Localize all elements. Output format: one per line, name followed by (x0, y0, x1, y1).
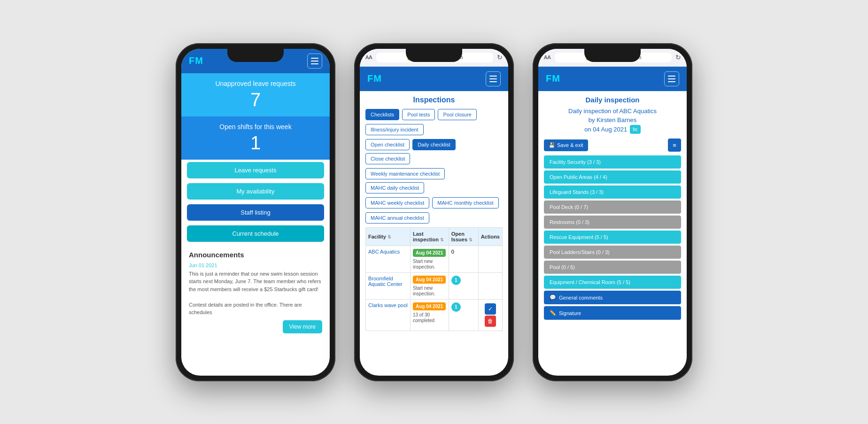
daily-controls: 💾 Save & exit ≡ (544, 139, 681, 152)
open-issues-badge-clarks: 1 (451, 302, 461, 312)
checklist-item[interactable]: Open Public Areas (4 / 4) (544, 170, 681, 184)
checklist-item[interactable]: Restrooms (0 / 3) (544, 216, 681, 229)
tab-open-checklist[interactable]: Open checklist (365, 139, 410, 150)
tab-mahc-weekly[interactable]: MAHC weekly checklist (365, 197, 429, 208)
tab-group-illness: Illness/injury incident (365, 124, 503, 135)
hamburger-line (489, 81, 497, 82)
tab-daily-checklist[interactable]: Daily checklist (412, 139, 456, 150)
announcement-date: Jun 01 2021 (189, 262, 322, 268)
facility-link-broomfield[interactable]: Broomfield Aquatic Center (368, 276, 403, 287)
inspections-content: Inspections Checklists Pool tests Pool c… (360, 91, 508, 376)
phone-3: AA 🔒 apps.hydroapps.com ↻ FM Daily inspe… (533, 43, 692, 381)
checklist-item[interactable]: Pool Deck (0 / 7) (544, 200, 681, 214)
col-last-inspection: Last inspection ⇅ (410, 227, 449, 246)
stat-label-leave: Unapproved leave requests (187, 80, 324, 87)
subtitle-line1: Daily inspection of ABC Aquatics (544, 107, 681, 116)
hamburger-line (489, 78, 497, 79)
delete-action-button[interactable]: 🗑 (485, 316, 496, 327)
hamburger-button-2[interactable] (486, 71, 501, 86)
my-availability-button[interactable]: My availability (187, 183, 324, 200)
hamburger-button-1[interactable] (307, 54, 322, 69)
sort-icon-inspection[interactable]: ⇅ (440, 238, 444, 242)
app-logo-1: FM (189, 55, 203, 66)
hamburger-line (668, 81, 675, 82)
list-view-button[interactable]: ≡ (668, 139, 681, 152)
inspections-table: Facility ⇅ Last inspection ⇅ Open Issues… (365, 227, 503, 331)
checklist-item[interactable]: Equipment / Chemical Room (5 / 5) (544, 276, 681, 289)
checklist-item[interactable]: Pool (0 / 6) (544, 261, 681, 274)
phone-2: AA 🔒 apps.hydroapps.com ↻ FM Inspections… (354, 43, 514, 381)
tab-pool-closure[interactable]: Pool closure (438, 109, 477, 120)
daily-inspection-subtitle: Daily inspection of ABC Aquatics by Kirs… (544, 107, 681, 134)
view-more-button[interactable]: View more (283, 320, 322, 333)
tab-mahc-monthly[interactable]: MAHC monthly checklist (432, 197, 498, 208)
col-actions: Actions (478, 227, 502, 246)
tab-checklists[interactable]: Checklists (365, 109, 399, 120)
hamburger-button-3[interactable] (664, 71, 679, 86)
facility-link-abc[interactable]: ABC Aquatics (368, 249, 400, 254)
checklist-item[interactable]: 💬General comments (544, 291, 681, 304)
staff-listing-button[interactable]: Staff listing (187, 204, 324, 221)
stat-block-shifts: Open shifts for this week 1 (181, 116, 330, 160)
hamburger-line (311, 63, 318, 64)
app-header-3: FM (538, 67, 687, 91)
reload-icon[interactable]: ↻ (497, 54, 503, 61)
open-issues-badge-broomfield: 1 (451, 276, 461, 285)
browser-aa-2: AA (365, 54, 372, 60)
checklist-tabs-row3: MAHC weekly checklist MAHC monthly check… (365, 197, 503, 208)
tab-group-main: Checklists Pool tests Pool closure (365, 109, 503, 120)
tab-close-checklist[interactable]: Close checklist (365, 153, 410, 164)
tab-illness-injury[interactable]: Illness/injury incident (365, 124, 424, 135)
tab-pool-tests[interactable]: Pool tests (402, 109, 435, 120)
stat-number-shifts: 1 (187, 132, 324, 153)
leave-requests-button[interactable]: Leave requests (187, 162, 324, 178)
save-exit-button[interactable]: 💾 Save & exit (544, 139, 588, 151)
date-badge-inspection: bc (630, 125, 641, 134)
daily-inspection-content: Daily inspection Daily inspection of ABC… (538, 91, 687, 376)
app-header-2: FM (360, 67, 508, 91)
progress-clarks: 13 of 30 completed (413, 312, 434, 323)
tab-mahc-daily[interactable]: MAHC daily checklist (365, 182, 424, 193)
hamburger-line (668, 78, 675, 79)
app-logo-2: FM (367, 73, 382, 84)
current-schedule-button[interactable]: Current schedule (187, 225, 324, 242)
sort-icon-facility[interactable]: ⇅ (388, 235, 391, 239)
hamburger-line (668, 76, 675, 77)
checklist-icon: 💬 (550, 294, 556, 301)
announcements-title: Announcements (189, 251, 322, 259)
phone-notch-3 (584, 49, 641, 62)
announcements-section: Announcements Jun 01 2021 This is just a… (181, 244, 330, 376)
table-row: Clarks wave pool Aug 04 2021 13 of 30 co… (366, 299, 503, 331)
phone-notch-2 (406, 49, 462, 62)
checklist-item[interactable]: Lifeguard Stands (3 / 3) (544, 185, 681, 199)
checklist-item[interactable]: Rescue Equipment (5 / 5) (544, 231, 681, 244)
hamburger-line (311, 58, 318, 59)
checklist-icon: ✏️ (550, 310, 556, 316)
checklist-label: Signature (559, 310, 581, 316)
phone-screen-1: FM Unapproved leave requests 7 Open shif… (181, 49, 330, 376)
date-badge-clarks: Aug 04 2021 (413, 302, 446, 310)
facility-link-clarks[interactable]: Clarks wave pool (368, 302, 408, 308)
checklist-label: General comments (559, 295, 603, 301)
checklist-item[interactable]: Facility Security (3 / 3) (544, 155, 681, 169)
open-issues-abc: 0 (449, 246, 478, 272)
announcement-text: This is just a reminder that our new swi… (189, 270, 322, 316)
app-logo-3: FM (546, 73, 560, 84)
new-inspection-abc: Start new inspection. (413, 259, 435, 270)
stat-label-shifts: Open shifts for this week (187, 123, 324, 131)
tab-mahc-annual[interactable]: MAHC annual checklist (365, 212, 429, 224)
hamburger-line (311, 61, 318, 62)
sort-icon-issues[interactable]: ⇅ (469, 238, 473, 242)
checklist-action-button[interactable]: ✓ (485, 303, 496, 315)
checklist-item[interactable]: ✏️Signature (544, 306, 681, 320)
subtitle-line3: on 04 Aug 2021 (584, 125, 627, 134)
phone-1: FM Unapproved leave requests 7 Open shif… (176, 43, 335, 381)
reload-icon-3[interactable]: ↻ (675, 54, 681, 61)
tab-weekly-maint[interactable]: Weekly maintenance checklist (365, 168, 445, 179)
checklist-item[interactable]: Pool Ladders/Stairs (0 / 3) (544, 246, 681, 259)
checklist-tabs-row2: Weekly maintenance checklist MAHC daily … (365, 168, 503, 193)
checklist-container: Facility Security (3 / 3)Open Public Are… (544, 155, 681, 320)
checklist-tabs-row4: MAHC annual checklist (365, 212, 503, 224)
stat-number-leave: 7 (187, 89, 324, 110)
table-row: ABC Aquatics Aug 04 2021 Start new inspe… (366, 246, 503, 272)
